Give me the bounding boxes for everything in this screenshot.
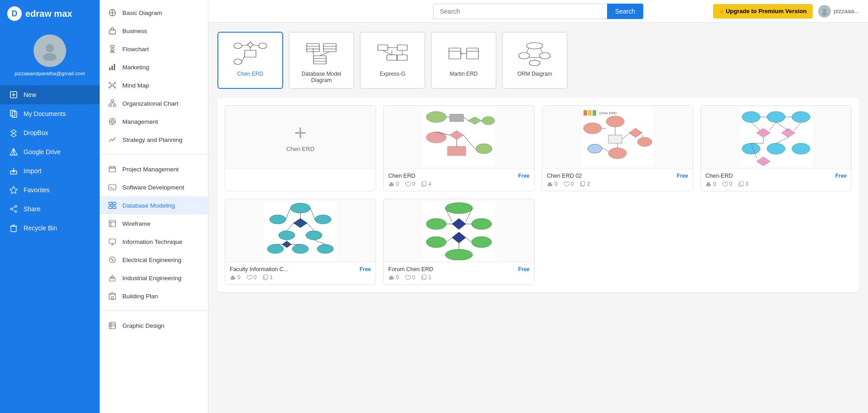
svg-rect-64 bbox=[109, 202, 112, 204]
template-forum-chen-erd[interactable]: Forum Chen ERD Free 0 0 bbox=[383, 199, 535, 285]
strategy-icon bbox=[108, 135, 117, 144]
template-faculty-info[interactable]: Faculty Information C... Free 0 0 bbox=[225, 199, 376, 285]
svg-rect-110 bbox=[378, 45, 388, 50]
create-thumb[interactable]: + Chen ERD bbox=[225, 106, 376, 169]
middle-item-industrial-eng[interactable]: Industrial Engineering bbox=[100, 269, 208, 287]
template-chen-erd-1[interactable]: Chen ERD Free 0 0 bbox=[383, 105, 535, 191]
sidebar-item-new[interactable]: New bbox=[0, 85, 100, 104]
search-input[interactable] bbox=[433, 4, 607, 19]
svg-point-223 bbox=[472, 237, 492, 248]
middle-item-management-label: Management bbox=[122, 118, 158, 125]
content-area: Chen ERD bbox=[208, 23, 868, 413]
template-chen-erd-3[interactable]: Chen-ERD Free 0 0 bbox=[700, 105, 852, 191]
martin-erd-label: Martin ERD bbox=[449, 71, 477, 77]
template-create-new[interactable]: + Chen ERD bbox=[225, 105, 376, 191]
template-chen-erd-02-badge: Free bbox=[677, 173, 688, 179]
create-label: Chen ERD bbox=[286, 146, 314, 152]
upgrade-button[interactable]: ● Upgrade to Premium Version bbox=[713, 4, 813, 19]
middle-item-graphic-design[interactable]: Graphic Design bbox=[100, 316, 208, 335]
svg-point-127 bbox=[540, 53, 550, 59]
svg-point-159 bbox=[637, 137, 652, 146]
sidebar-item-new-label: New bbox=[24, 91, 36, 98]
sidebar-item-dropbox[interactable]: DropBox bbox=[0, 123, 100, 142]
electrical-eng-icon bbox=[108, 255, 117, 264]
svg-point-125 bbox=[526, 43, 543, 49]
diagram-type-chen-erd[interactable]: Chen ERD bbox=[217, 32, 283, 89]
middle-item-business[interactable]: Business bbox=[100, 22, 208, 40]
graphic-design-icon bbox=[108, 321, 117, 330]
database-modeling-icon bbox=[108, 201, 117, 210]
svg-rect-79 bbox=[110, 277, 115, 281]
svg-rect-34 bbox=[111, 66, 113, 70]
svg-marker-29 bbox=[111, 48, 114, 51]
svg-point-39 bbox=[109, 87, 111, 88]
recycle-bin-icon bbox=[9, 224, 18, 233]
like-stat-4: 0 bbox=[230, 274, 241, 281]
middle-item-basic-diagram[interactable]: Basic Diagram bbox=[100, 4, 208, 22]
middle-item-software-dev[interactable]: Software Development bbox=[100, 178, 208, 196]
middle-item-project-mgmt[interactable]: Project Management bbox=[100, 160, 208, 178]
svg-point-171 bbox=[742, 112, 760, 122]
sidebar-item-favorites[interactable]: Favorites bbox=[0, 180, 100, 199]
svg-rect-66 bbox=[109, 206, 112, 209]
diagram-type-express-g[interactable]: Express-G bbox=[360, 32, 425, 89]
user-profile-topbar[interactable]: pizzaaa... bbox=[818, 5, 859, 18]
sidebar: D edraw max pizzaaandparatha@gmail.com N… bbox=[0, 0, 100, 413]
sidebar-item-google-drive[interactable]: Google Drive bbox=[0, 142, 100, 161]
svg-rect-120 bbox=[467, 48, 478, 59]
search-container: Search bbox=[433, 4, 643, 19]
middle-item-wireframe[interactable]: Wireframe bbox=[100, 214, 208, 233]
svg-rect-19 bbox=[11, 226, 16, 232]
middle-item-marketing[interactable]: Marketing bbox=[100, 58, 208, 76]
svg-point-197 bbox=[315, 215, 331, 224]
svg-marker-13 bbox=[10, 186, 17, 194]
middle-item-mind-map[interactable]: Mind Map bbox=[100, 76, 208, 94]
middle-item-info-tech[interactable]: Information Technique bbox=[100, 233, 208, 251]
svg-point-218 bbox=[426, 219, 446, 229]
sidebar-item-import[interactable]: Import bbox=[0, 161, 100, 180]
copy-stat-3: 3 bbox=[738, 181, 748, 187]
diagram-type-database-model[interactable]: Database Model Diagram bbox=[289, 32, 354, 89]
svg-text:Chen ERD: Chen ERD bbox=[599, 111, 617, 115]
template-faculty-info-thumb bbox=[225, 199, 376, 262]
software-dev-icon bbox=[108, 183, 117, 192]
mind-map-icon bbox=[108, 81, 117, 90]
middle-item-flowchart[interactable]: Flowchart bbox=[100, 40, 208, 58]
new-icon bbox=[9, 90, 18, 99]
middle-item-database-modeling[interactable]: Database Modeling bbox=[100, 196, 208, 214]
diagram-type-orm[interactable]: ORM Diagram bbox=[502, 32, 568, 89]
diagram-type-martin-erd[interactable]: Martin ERD bbox=[431, 32, 497, 89]
heart-stat: 0 bbox=[405, 181, 415, 187]
middle-item-management[interactable]: Management bbox=[100, 112, 208, 131]
template-faculty-info-badge: Free bbox=[360, 266, 371, 272]
sidebar-item-recycle-bin[interactable]: Recycle Bin bbox=[0, 219, 100, 238]
sidebar-item-my-documents-label: My Documents bbox=[24, 110, 66, 117]
middle-item-org-chart-label: Organizational Chart bbox=[122, 100, 178, 107]
svg-point-195 bbox=[290, 203, 310, 213]
sidebar-item-import-label: Import bbox=[24, 167, 42, 175]
svg-point-16 bbox=[15, 211, 17, 213]
middle-item-strategy[interactable]: Strategy and Planning bbox=[100, 131, 208, 149]
svg-point-196 bbox=[270, 215, 286, 224]
sidebar-item-my-documents[interactable]: My Documents bbox=[0, 104, 100, 123]
svg-point-89 bbox=[822, 12, 827, 15]
svg-rect-75 bbox=[109, 239, 116, 243]
middle-item-electrical-eng[interactable]: Electrical Engineering bbox=[100, 251, 208, 269]
svg-point-92 bbox=[259, 43, 267, 49]
industrial-eng-icon bbox=[108, 273, 117, 282]
sidebar-item-share[interactable]: Share bbox=[0, 199, 100, 219]
like-stat-2: 0 bbox=[547, 181, 558, 187]
orm-icon-area bbox=[517, 40, 553, 67]
middle-item-org-chart[interactable]: Organizational Chart bbox=[100, 94, 208, 112]
svg-rect-118 bbox=[449, 48, 461, 59]
wireframe-icon bbox=[108, 219, 117, 228]
svg-rect-113 bbox=[397, 55, 407, 60]
middle-item-mind-map-label: Mind Map bbox=[122, 82, 149, 89]
middle-item-building-plan[interactable]: Building Plan bbox=[100, 287, 208, 305]
search-button[interactable]: Search bbox=[607, 4, 643, 19]
middle-item-graphic-design-label: Graphic Design bbox=[122, 322, 164, 329]
template-chen-erd-02[interactable]: Chen ERD bbox=[542, 105, 693, 191]
template-chen-erd-02-info: Chen ERD 02 Free 0 0 bbox=[542, 169, 693, 191]
svg-rect-135 bbox=[450, 114, 463, 121]
app-logo[interactable]: D edraw max bbox=[0, 0, 100, 27]
